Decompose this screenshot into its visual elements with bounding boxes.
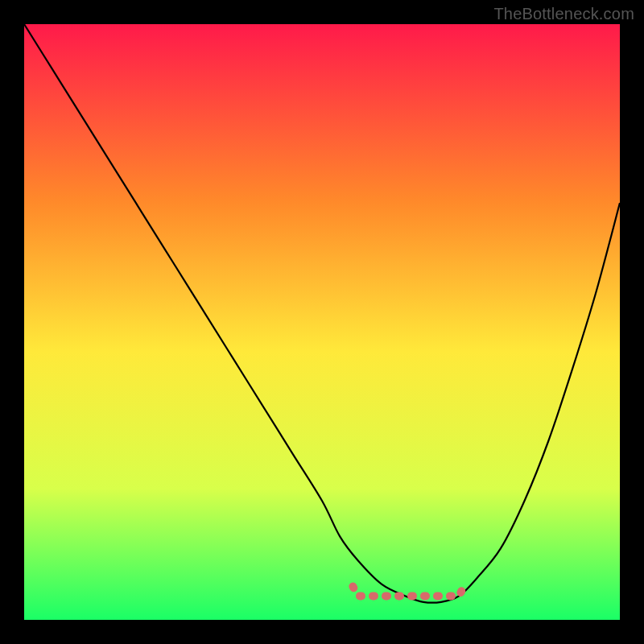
chart-frame: TheBottleneck.com: [0, 0, 644, 644]
chart-plot-area: [24, 24, 620, 620]
watermark-text: TheBottleneck.com: [493, 5, 634, 23]
gradient-background: [24, 24, 620, 620]
chart-svg: [24, 24, 620, 620]
